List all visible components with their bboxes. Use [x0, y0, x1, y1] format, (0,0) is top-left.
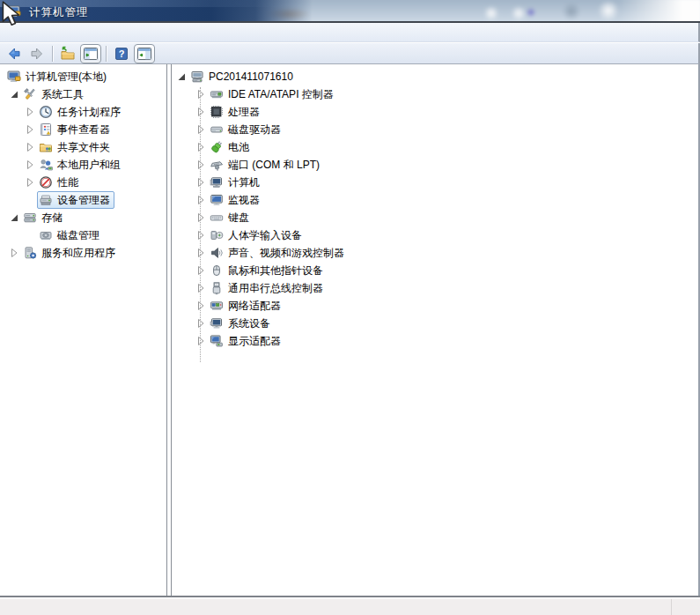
- computer-icon: [190, 70, 204, 84]
- tree-item[interactable]: 设备管理器: [0, 191, 166, 209]
- device-manager-icon: [39, 193, 53, 207]
- collapsed-expander-icon[interactable]: [194, 246, 208, 260]
- processor-icon: [210, 105, 224, 119]
- device-tree: PC201411071610 IDE ATA/ATAPI 控制器 处理器: [172, 64, 698, 350]
- expanded-expander-icon[interactable]: [174, 70, 188, 84]
- collapsed-expander-icon[interactable]: [7, 246, 21, 260]
- collapsed-expander-icon[interactable]: [23, 158, 37, 172]
- keyboard-icon: [210, 211, 224, 225]
- console-tree-toggle-button[interactable]: [80, 44, 101, 63]
- device-tree-pane: PC201411071610 IDE ATA/ATAPI 控制器 处理器: [171, 64, 700, 596]
- monitor-icon: [210, 193, 224, 207]
- collapsed-expander-icon[interactable]: [194, 158, 208, 172]
- tree-item[interactable]: 计算机: [172, 174, 698, 191]
- menu-bar: [0, 23, 700, 42]
- tree-connector-line: [200, 87, 201, 362]
- tree-item[interactable]: 人体学输入设备: [172, 226, 698, 244]
- expanded-expander-icon[interactable]: [7, 87, 21, 101]
- computer-system-icon: [210, 175, 224, 189]
- collapsed-expander-icon[interactable]: [194, 175, 208, 189]
- help-button[interactable]: ?: [111, 44, 132, 63]
- tree-item[interactable]: 电池: [172, 138, 698, 156]
- battery-icon: [210, 140, 224, 154]
- screen: 计算机管理 ? 计算机管理(本地): [0, 0, 700, 615]
- sound-icon: [210, 246, 224, 260]
- collapsed-expander-icon[interactable]: [194, 105, 208, 119]
- console-tree: 计算机管理(本地) 系统工具 任务计划程序: [0, 64, 166, 262]
- tree-item[interactable]: 监视器: [172, 191, 698, 209]
- collapsed-expander-icon[interactable]: [23, 140, 37, 154]
- event-viewer-icon: [39, 122, 53, 137]
- toolbar: ?: [0, 43, 700, 64]
- collapsed-expander-icon[interactable]: [194, 140, 208, 154]
- tree-item[interactable]: 本地用户和组: [0, 156, 166, 174]
- tree-item[interactable]: 鼠标和其他指针设备: [172, 262, 698, 279]
- tree-item[interactable]: 存储: [0, 209, 166, 226]
- tree-item[interactable]: 计算机管理(本地): [0, 68, 166, 85]
- system-devices-icon: [210, 316, 224, 330]
- tree-item[interactable]: 键盘: [172, 209, 698, 226]
- tree-item[interactable]: 处理器: [172, 103, 698, 121]
- collapsed-expander-icon[interactable]: [23, 122, 37, 137]
- tree-item[interactable]: PC201411071610: [172, 68, 698, 85]
- tree-item[interactable]: 磁盘驱动器: [172, 121, 698, 138]
- tree-item[interactable]: IDE ATA/ATAPI 控制器: [172, 85, 698, 103]
- tree-item[interactable]: 服务和应用程序: [0, 244, 166, 262]
- desktop-strip-line: [671, 599, 672, 615]
- collapsed-expander-icon[interactable]: [194, 228, 208, 242]
- menu-item[interactable]: [63, 31, 82, 34]
- tree-item[interactable]: 系统设备: [172, 315, 698, 332]
- menu-item[interactable]: [4, 31, 24, 34]
- action-pane-toggle-button[interactable]: [134, 44, 155, 63]
- tree-item[interactable]: 端口 (COM 和 LPT): [172, 156, 698, 174]
- title-strip: 计算机管理: [0, 0, 700, 23]
- menu-item[interactable]: [43, 31, 63, 34]
- storage-icon: [23, 211, 37, 225]
- disk-management-icon: [39, 228, 53, 242]
- console-tree-folder-icon: [60, 46, 76, 62]
- forward-arrow-icon: [29, 46, 45, 62]
- collapsed-expander-icon[interactable]: [194, 87, 208, 101]
- collapsed-expander-icon[interactable]: [194, 193, 208, 207]
- toolbar-separator: [106, 46, 107, 62]
- shared-folders-icon: [39, 140, 53, 154]
- collapsed-expander-icon[interactable]: [194, 211, 208, 225]
- action-pane-window-icon: [136, 46, 152, 62]
- mouse-icon: [210, 263, 224, 278]
- forward-button[interactable]: [26, 44, 48, 63]
- tree-item[interactable]: 共享文件夹: [0, 138, 166, 156]
- show-console-tree-button[interactable]: [57, 44, 78, 63]
- collapsed-expander-icon[interactable]: [23, 105, 37, 119]
- tree-item[interactable]: 磁盘管理: [0, 226, 166, 244]
- network-adapter-icon: [210, 299, 224, 313]
- console-tree-pane: 计算机管理(本地) 系统工具 任务计划程序: [0, 64, 167, 596]
- task-scheduler-icon: [39, 105, 53, 119]
- collapsed-expander-icon[interactable]: [194, 122, 208, 137]
- ide-controller-icon: [210, 87, 224, 101]
- tree-item[interactable]: 任务计划程序: [0, 103, 166, 121]
- collapsed-expander-icon[interactable]: [194, 281, 208, 295]
- usb-icon: [210, 281, 224, 295]
- collapsed-expander-icon[interactable]: [194, 334, 208, 348]
- display-adapter-icon: [210, 334, 224, 348]
- help-icon: ?: [114, 46, 129, 62]
- expanded-expander-icon[interactable]: [7, 211, 21, 225]
- tree-item[interactable]: 通用串行总线控制器: [172, 279, 698, 297]
- tree-item[interactable]: 网络适配器: [172, 297, 698, 315]
- system-tools-icon: [23, 87, 37, 101]
- collapsed-expander-icon[interactable]: [194, 263, 208, 278]
- collapsed-expander-icon[interactable]: [194, 316, 208, 330]
- tree-item[interactable]: 性能: [0, 174, 166, 191]
- toolbar-separator: [52, 46, 53, 62]
- tree-item[interactable]: 事件查看器: [0, 121, 166, 138]
- collapsed-expander-icon[interactable]: [23, 175, 37, 189]
- tree-item[interactable]: 声音、视频和游戏控制器: [172, 244, 698, 262]
- back-button[interactable]: [4, 44, 25, 63]
- svg-text:?: ?: [119, 48, 125, 59]
- menu-item[interactable]: [24, 31, 43, 34]
- collapsed-expander-icon[interactable]: [194, 299, 208, 313]
- computer-management-icon: [7, 4, 21, 19]
- tree-item[interactable]: 系统工具: [0, 85, 166, 103]
- local-users-icon: [39, 158, 53, 172]
- tree-item[interactable]: 显示适配器: [172, 332, 698, 350]
